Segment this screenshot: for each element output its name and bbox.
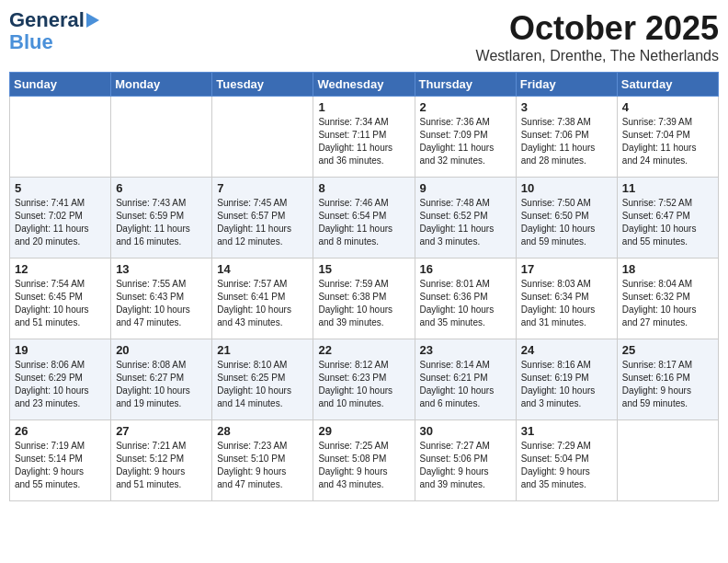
week-row-3: 12Sunrise: 7:54 AM Sunset: 6:45 PM Dayli… xyxy=(10,259,719,339)
calendar-cell: 26Sunrise: 7:19 AM Sunset: 5:14 PM Dayli… xyxy=(10,420,111,501)
day-info: Sunrise: 7:46 AM Sunset: 6:54 PM Dayligh… xyxy=(318,197,409,248)
logo-general: General xyxy=(9,9,85,31)
day-number: 12 xyxy=(15,262,106,276)
calendar-cell: 23Sunrise: 8:14 AM Sunset: 6:21 PM Dayli… xyxy=(415,339,516,420)
week-row-1: 1Sunrise: 7:34 AM Sunset: 7:11 PM Daylig… xyxy=(10,97,719,178)
logo-arrow-icon xyxy=(86,13,99,28)
day-info: Sunrise: 7:39 AM Sunset: 7:04 PM Dayligh… xyxy=(622,116,713,167)
calendar-cell: 13Sunrise: 7:55 AM Sunset: 6:43 PM Dayli… xyxy=(111,259,212,339)
calendar-cell: 17Sunrise: 8:03 AM Sunset: 6:34 PM Dayli… xyxy=(516,259,617,339)
calendar-cell: 10Sunrise: 7:50 AM Sunset: 6:50 PM Dayli… xyxy=(516,178,617,259)
day-info: Sunrise: 7:55 AM Sunset: 6:43 PM Dayligh… xyxy=(116,278,207,329)
calendar-cell: 11Sunrise: 7:52 AM Sunset: 6:47 PM Dayli… xyxy=(617,178,718,259)
day-number: 25 xyxy=(622,343,713,357)
day-number: 8 xyxy=(318,181,409,195)
day-info: Sunrise: 8:04 AM Sunset: 6:32 PM Dayligh… xyxy=(622,278,713,329)
calendar-cell: 15Sunrise: 7:59 AM Sunset: 6:38 PM Dayli… xyxy=(313,259,415,339)
weekday-header-saturday: Saturday xyxy=(617,73,718,97)
day-info: Sunrise: 7:25 AM Sunset: 5:08 PM Dayligh… xyxy=(318,440,409,491)
day-info: Sunrise: 7:54 AM Sunset: 6:45 PM Dayligh… xyxy=(15,278,106,329)
calendar-cell: 18Sunrise: 8:04 AM Sunset: 6:32 PM Dayli… xyxy=(617,259,718,339)
title-section: October 2025 Westlaren, Drenthe, The Net… xyxy=(476,9,719,64)
location-subtitle: Westlaren, Drenthe, The Netherlands xyxy=(476,48,719,64)
calendar-cell: 3Sunrise: 7:38 AM Sunset: 7:06 PM Daylig… xyxy=(516,97,617,178)
day-number: 19 xyxy=(15,343,106,357)
calendar-cell: 27Sunrise: 7:21 AM Sunset: 5:12 PM Dayli… xyxy=(111,420,212,501)
day-number: 11 xyxy=(622,181,713,195)
weekday-header-friday: Friday xyxy=(516,73,617,97)
calendar-cell: 12Sunrise: 7:54 AM Sunset: 6:45 PM Dayli… xyxy=(10,259,111,339)
day-info: Sunrise: 8:12 AM Sunset: 6:23 PM Dayligh… xyxy=(318,359,409,410)
calendar-cell: 2Sunrise: 7:36 AM Sunset: 7:09 PM Daylig… xyxy=(415,97,516,178)
day-number: 18 xyxy=(622,262,713,276)
week-row-2: 5Sunrise: 7:41 AM Sunset: 7:02 PM Daylig… xyxy=(10,178,719,259)
day-info: Sunrise: 7:59 AM Sunset: 6:38 PM Dayligh… xyxy=(318,278,409,329)
day-info: Sunrise: 8:03 AM Sunset: 6:34 PM Dayligh… xyxy=(521,278,612,329)
calendar-cell: 4Sunrise: 7:39 AM Sunset: 7:04 PM Daylig… xyxy=(617,97,718,178)
day-info: Sunrise: 8:16 AM Sunset: 6:19 PM Dayligh… xyxy=(521,359,612,410)
calendar-cell: 14Sunrise: 7:57 AM Sunset: 6:41 PM Dayli… xyxy=(212,259,313,339)
calendar-cell: 16Sunrise: 8:01 AM Sunset: 6:36 PM Dayli… xyxy=(415,259,516,339)
day-info: Sunrise: 7:38 AM Sunset: 7:06 PM Dayligh… xyxy=(521,116,612,167)
day-info: Sunrise: 8:17 AM Sunset: 6:16 PM Dayligh… xyxy=(622,359,713,410)
day-number: 13 xyxy=(116,262,207,276)
weekday-header-wednesday: Wednesday xyxy=(313,73,415,97)
day-number: 16 xyxy=(420,262,511,276)
day-info: Sunrise: 7:50 AM Sunset: 6:50 PM Dayligh… xyxy=(521,197,612,248)
calendar-cell: 24Sunrise: 8:16 AM Sunset: 6:19 PM Dayli… xyxy=(516,339,617,420)
day-number: 2 xyxy=(420,100,511,114)
calendar-cell xyxy=(212,97,313,178)
day-info: Sunrise: 7:36 AM Sunset: 7:09 PM Dayligh… xyxy=(420,116,511,167)
weekday-header-thursday: Thursday xyxy=(415,73,516,97)
page-header: General Blue October 2025 Westlaren, Dre… xyxy=(9,9,719,64)
day-number: 9 xyxy=(420,181,511,195)
calendar-cell: 19Sunrise: 8:06 AM Sunset: 6:29 PM Dayli… xyxy=(10,339,111,420)
day-number: 5 xyxy=(15,181,106,195)
day-info: Sunrise: 8:10 AM Sunset: 6:25 PM Dayligh… xyxy=(217,359,308,410)
day-info: Sunrise: 8:14 AM Sunset: 6:21 PM Dayligh… xyxy=(420,359,511,410)
calendar-cell: 22Sunrise: 8:12 AM Sunset: 6:23 PM Dayli… xyxy=(313,339,415,420)
calendar-table: SundayMondayTuesdayWednesdayThursdayFrid… xyxy=(9,72,719,501)
day-number: 28 xyxy=(217,424,308,438)
day-number: 14 xyxy=(217,262,308,276)
day-info: Sunrise: 7:48 AM Sunset: 6:52 PM Dayligh… xyxy=(420,197,511,248)
day-info: Sunrise: 7:43 AM Sunset: 6:59 PM Dayligh… xyxy=(116,197,207,248)
day-info: Sunrise: 7:52 AM Sunset: 6:47 PM Dayligh… xyxy=(622,197,713,248)
logo-blue: Blue xyxy=(9,31,53,53)
day-info: Sunrise: 8:08 AM Sunset: 6:27 PM Dayligh… xyxy=(116,359,207,410)
day-number: 24 xyxy=(521,343,612,357)
calendar-cell: 1Sunrise: 7:34 AM Sunset: 7:11 PM Daylig… xyxy=(313,97,415,178)
week-row-5: 26Sunrise: 7:19 AM Sunset: 5:14 PM Dayli… xyxy=(10,420,719,501)
day-number: 15 xyxy=(318,262,409,276)
day-info: Sunrise: 7:34 AM Sunset: 7:11 PM Dayligh… xyxy=(318,116,409,167)
day-info: Sunrise: 7:41 AM Sunset: 7:02 PM Dayligh… xyxy=(15,197,106,248)
calendar-cell: 28Sunrise: 7:23 AM Sunset: 5:10 PM Dayli… xyxy=(212,420,313,501)
header-row: SundayMondayTuesdayWednesdayThursdayFrid… xyxy=(10,73,719,97)
day-info: Sunrise: 8:01 AM Sunset: 6:36 PM Dayligh… xyxy=(420,278,511,329)
week-row-4: 19Sunrise: 8:06 AM Sunset: 6:29 PM Dayli… xyxy=(10,339,719,420)
day-number: 20 xyxy=(116,343,207,357)
calendar-cell: 31Sunrise: 7:29 AM Sunset: 5:04 PM Dayli… xyxy=(516,420,617,501)
day-number: 29 xyxy=(318,424,409,438)
calendar-cell xyxy=(617,420,718,501)
day-info: Sunrise: 7:23 AM Sunset: 5:10 PM Dayligh… xyxy=(217,440,308,491)
day-number: 22 xyxy=(318,343,409,357)
day-number: 27 xyxy=(116,424,207,438)
day-number: 23 xyxy=(420,343,511,357)
day-info: Sunrise: 7:57 AM Sunset: 6:41 PM Dayligh… xyxy=(217,278,308,329)
month-title: October 2025 xyxy=(476,9,719,48)
calendar-cell: 30Sunrise: 7:27 AM Sunset: 5:06 PM Dayli… xyxy=(415,420,516,501)
calendar-cell: 6Sunrise: 7:43 AM Sunset: 6:59 PM Daylig… xyxy=(111,178,212,259)
calendar-cell: 8Sunrise: 7:46 AM Sunset: 6:54 PM Daylig… xyxy=(313,178,415,259)
weekday-header-tuesday: Tuesday xyxy=(212,73,313,97)
day-info: Sunrise: 8:06 AM Sunset: 6:29 PM Dayligh… xyxy=(15,359,106,410)
calendar-cell: 7Sunrise: 7:45 AM Sunset: 6:57 PM Daylig… xyxy=(212,178,313,259)
day-number: 6 xyxy=(116,181,207,195)
day-info: Sunrise: 7:21 AM Sunset: 5:12 PM Dayligh… xyxy=(116,440,207,491)
day-info: Sunrise: 7:27 AM Sunset: 5:06 PM Dayligh… xyxy=(420,440,511,491)
day-number: 26 xyxy=(15,424,106,438)
weekday-header-sunday: Sunday xyxy=(10,73,111,97)
day-number: 4 xyxy=(622,100,713,114)
calendar-cell xyxy=(10,97,111,178)
calendar-cell: 9Sunrise: 7:48 AM Sunset: 6:52 PM Daylig… xyxy=(415,178,516,259)
